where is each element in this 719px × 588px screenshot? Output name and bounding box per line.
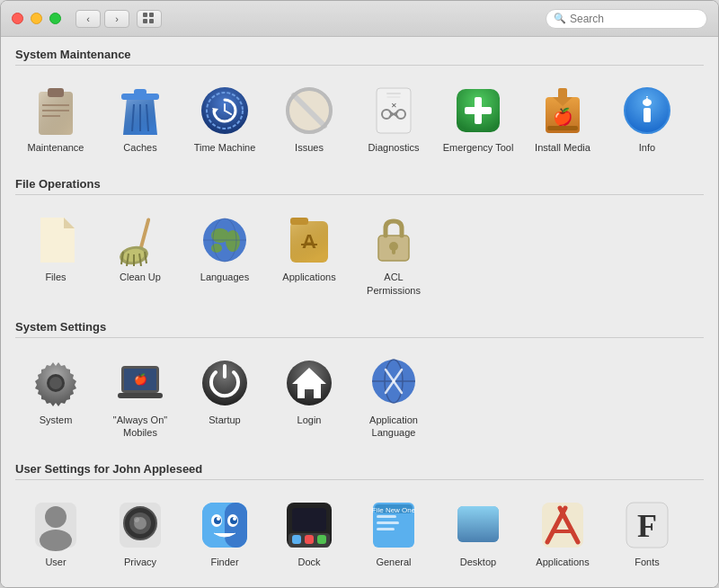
svg-rect-1 <box>149 13 154 17</box>
item-install-media[interactable]: 🍎 Install Media <box>522 78 603 159</box>
svg-point-59 <box>226 230 240 252</box>
svg-text:🍎: 🍎 <box>553 107 573 127</box>
minimize-button[interactable] <box>31 13 42 24</box>
icon-desktop <box>453 500 503 550</box>
svg-rect-25 <box>377 88 411 133</box>
svg-point-89 <box>45 506 67 528</box>
label-always-on-mobiles: "Always On" Mobiles <box>113 414 167 440</box>
svg-rect-44 <box>644 108 651 122</box>
icon-itunes <box>115 585 165 587</box>
label-time-machine: Time Machine <box>194 141 256 154</box>
label-dock: Dock <box>297 556 320 568</box>
item-clean-up[interactable]: Clean Up <box>100 208 181 302</box>
item-user[interactable]: User <box>15 493 96 574</box>
svg-rect-13 <box>134 89 146 95</box>
icon-acl-permissions <box>368 215 419 265</box>
icon-privacy <box>115 500 165 550</box>
system-settings-grid: System 🍎 <box>15 347 704 456</box>
item-application-language[interactable]: Application Language <box>353 351 434 445</box>
item-dock[interactable]: Dock <box>269 493 350 574</box>
icon-fonts: F <box>622 500 672 550</box>
svg-text:F: F <box>637 508 657 544</box>
svg-rect-8 <box>42 110 69 111</box>
label-files: Files <box>45 271 66 283</box>
item-languages[interactable]: Languages <box>184 208 265 302</box>
svg-text:✕: ✕ <box>391 102 397 110</box>
item-applications-fo[interactable]: A Applications <box>269 208 350 302</box>
item-time-machine[interactable]: Time Machine <box>184 78 265 159</box>
item-privacy[interactable]: Privacy <box>100 493 181 574</box>
icon-application-language <box>368 358 419 408</box>
section-title-system-maintenance: System Maintenance <box>15 48 704 66</box>
system-maintenance-grid: Maintenance <box>15 75 704 170</box>
label-maintenance: Maintenance <box>28 141 84 154</box>
label-fonts: Fonts <box>635 556 660 568</box>
section-system-settings: System Settings <box>15 320 704 456</box>
item-itunes[interactable]: iTunes <box>100 578 181 587</box>
svg-rect-40 <box>547 126 578 130</box>
svg-rect-48 <box>40 218 64 228</box>
svg-rect-49 <box>138 218 150 250</box>
label-clean-up: Clean Up <box>120 271 161 283</box>
icon-finder <box>200 500 250 550</box>
maximize-button[interactable] <box>49 13 61 24</box>
grid-view-button[interactable] <box>137 10 162 28</box>
svg-rect-113 <box>377 515 396 518</box>
section-title-file-operations: File Operations <box>15 177 704 195</box>
item-desktop[interactable]: Desktop <box>438 493 519 574</box>
svg-rect-2 <box>143 19 147 23</box>
label-acl-permissions: ACL Permissions <box>357 271 431 297</box>
item-files[interactable]: Files <box>15 208 96 302</box>
icon-files <box>31 215 81 265</box>
title-bar: ‹ › 🔍 <box>1 1 718 37</box>
back-button[interactable]: ‹ <box>75 10 101 28</box>
search-input[interactable] <box>570 13 699 25</box>
item-acl-permissions[interactable]: ACL Permissions <box>353 208 434 302</box>
label-login: Login <box>297 414 322 426</box>
icon-dock <box>284 500 334 550</box>
item-always-on-mobiles[interactable]: 🍎 "Always On" Mobiles <box>100 351 181 445</box>
svg-rect-6 <box>48 88 64 97</box>
icon-time-machine <box>200 85 250 136</box>
label-applications-user: Applications <box>536 556 589 568</box>
user-settings-grid: User Privacy <box>15 489 704 587</box>
svg-rect-107 <box>292 535 301 544</box>
label-system: System <box>40 414 73 426</box>
item-caches[interactable]: Caches <box>100 78 181 159</box>
label-issues: Issues <box>295 141 324 154</box>
icon-install-media: 🍎 <box>537 85 588 136</box>
item-startup[interactable]: Startup <box>184 351 265 445</box>
icon-caches <box>115 85 165 136</box>
icon-user <box>31 500 81 550</box>
nav-buttons: ‹ › <box>75 10 129 28</box>
forward-button[interactable]: › <box>104 10 129 28</box>
item-finder[interactable]: Finder <box>184 493 265 574</box>
svg-rect-0 <box>143 13 147 17</box>
section-file-operations: File Operations Files <box>15 177 704 313</box>
label-info: Info <box>639 141 655 154</box>
svg-rect-108 <box>305 535 314 544</box>
item-issues[interactable]: Issues <box>269 78 350 159</box>
item-fonts[interactable]: F Fonts <box>607 493 688 574</box>
close-button[interactable] <box>12 13 23 24</box>
svg-rect-71 <box>392 248 395 254</box>
item-login[interactable]: Login <box>269 351 350 445</box>
icon-issues <box>284 85 334 136</box>
svg-point-90 <box>40 530 72 551</box>
label-finder: Finder <box>210 556 238 568</box>
item-diagnostics[interactable]: ✕ Diagnostics <box>353 78 434 159</box>
item-emergency-tool[interactable]: Emergency Tool <box>438 78 519 159</box>
item-info[interactable]: i Info <box>607 78 688 159</box>
svg-rect-77 <box>118 393 163 398</box>
icon-info: i <box>622 85 672 136</box>
svg-rect-110 <box>292 508 326 531</box>
svg-point-60 <box>211 244 222 253</box>
svg-point-104 <box>233 517 236 521</box>
item-applications-user[interactable]: Applications <box>522 493 603 574</box>
search-bar[interactable]: 🔍 <box>546 9 707 29</box>
label-install-media: Install Media <box>535 141 590 154</box>
item-system[interactable]: System <box>15 351 96 445</box>
item-general[interactable]: File New One General <box>353 493 434 574</box>
item-maintenance[interactable]: Maintenance <box>15 78 96 159</box>
item-safari[interactable]: Safari <box>15 578 96 587</box>
